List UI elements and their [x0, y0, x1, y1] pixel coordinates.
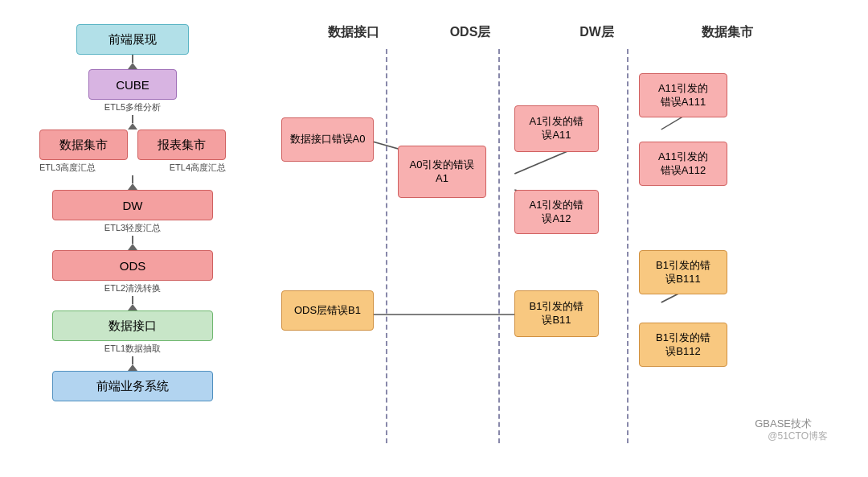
dashed-line-1: [386, 49, 387, 443]
node-b1: ODS层错误B1: [281, 290, 374, 331]
right-diagram: 数据接口 ODS层 DW层 数据集市: [257, 16, 860, 461]
arrow-line: [132, 115, 133, 123]
connector-6: [8, 356, 257, 371]
node-a1: A0引发的错误A1: [398, 146, 486, 198]
arrow-up: [128, 304, 137, 310]
col-header-data-interface: 数据接口: [297, 24, 410, 41]
etl1-label: ETL1数据抽取: [104, 343, 161, 355]
left-diagram: 前端展现 CUBE ETL5多维分析 数据集市 报表集市: [8, 16, 257, 461]
node-a112: A11引发的 错误A112: [639, 142, 727, 186]
arrow-line: [132, 296, 133, 304]
arrow-up: [128, 183, 137, 190]
right-header: 数据接口 ODS层 DW层 数据集市: [273, 24, 860, 41]
node-b112: B1引发的错 误B112: [639, 323, 727, 367]
etl3-etl4-labels: ETL3高度汇总 ETL4高度汇总: [39, 162, 226, 174]
connector-1: [8, 55, 257, 69]
col-header-data-market: 数据集市: [663, 24, 792, 41]
etl3-light-label: ETL3轻度汇总: [104, 222, 161, 234]
arrow-up: [128, 63, 137, 69]
etl5-label: ETL5多维分析: [104, 101, 161, 113]
box-cube: CUBE: [88, 69, 177, 100]
box-frontend-display: 前端展现: [76, 24, 189, 55]
arrow-up: [128, 123, 137, 130]
connector-5: [8, 296, 257, 310]
arrow-up: [128, 244, 137, 250]
arrow-line: [132, 55, 133, 63]
box-frontend-system: 前端业务系统: [52, 371, 213, 401]
arrow-line: [132, 236, 133, 244]
box-report-mart: 报表集市: [137, 130, 226, 160]
node-a12: A1引发的错 误A12: [514, 190, 599, 234]
arrow-up: [128, 364, 137, 371]
connector-4: [8, 236, 257, 250]
box-dw: DW: [52, 190, 213, 220]
col-header-ods: ODS层: [410, 24, 530, 41]
right-content: 数据接口错误A0 ODS层错误B1 A0引发的错误A1 A1引发的错 误A11 …: [273, 49, 860, 443]
box-ods: ODS: [52, 250, 213, 281]
row-dual-mart: 数据集市 报表集市: [39, 130, 226, 160]
main-container: 前端展现 CUBE ETL5多维分析 数据集市 报表集市: [0, 0, 868, 477]
node-a11: A1引发的错 误A11: [514, 105, 599, 152]
connector-2: [8, 115, 257, 130]
etl2-label: ETL2清洗转换: [104, 282, 161, 294]
node-a0: 数据接口错误A0: [281, 117, 374, 162]
watermark2: @51CTO博客: [768, 430, 828, 443]
node-a111: A11引发的 错误A111: [639, 73, 727, 117]
node-b111: B1引发的错 误B111: [639, 250, 727, 294]
dashed-line-2: [498, 49, 500, 443]
node-b11: B1引发的错 误B11: [514, 290, 599, 337]
arrow-line: [132, 175, 133, 183]
box-data-mart: 数据集市: [39, 130, 128, 160]
arrow-line: [132, 356, 133, 364]
connector-3: [8, 175, 257, 190]
dashed-line-3: [627, 49, 628, 443]
col-header-dw: DW层: [530, 24, 663, 41]
box-data-interface: 数据接口: [52, 310, 213, 341]
